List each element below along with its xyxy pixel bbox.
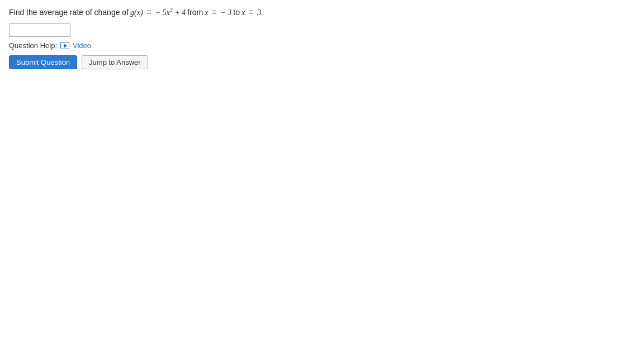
buttons-row: Submit Question Jump to Answer xyxy=(9,55,635,69)
video-icon xyxy=(60,42,69,49)
equals2: = xyxy=(210,6,219,18)
video-link[interactable]: Video xyxy=(73,41,91,50)
to-word: to xyxy=(233,6,240,18)
equals3: = xyxy=(247,6,255,18)
question-text: Find the average rate of change of g(x) … xyxy=(9,6,635,19)
submit-question-button[interactable]: Submit Question xyxy=(9,55,77,69)
question-prefix: Find the average rate of change of xyxy=(9,6,129,18)
function-notation: g(x) xyxy=(130,7,143,19)
answer-input[interactable] xyxy=(9,23,70,37)
from-word: from xyxy=(187,6,203,18)
question-help-row: Question Help: Video xyxy=(9,41,635,50)
upper-bound: 3. xyxy=(257,7,263,19)
question-help-label: Question Help: xyxy=(9,41,57,50)
lower-x: x xyxy=(205,7,208,19)
formula: − 5x3 + 4 xyxy=(155,6,186,19)
lower-bound: − 3 xyxy=(220,7,231,19)
upper-x: x xyxy=(242,7,245,19)
equals1: = xyxy=(145,6,154,18)
jump-to-answer-button[interactable]: Jump to Answer xyxy=(82,55,148,69)
